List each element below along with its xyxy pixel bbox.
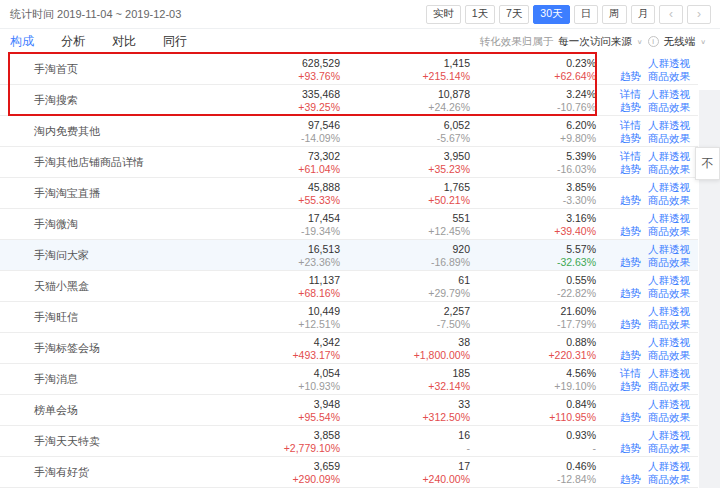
link-product[interactable]: 商品效果 bbox=[648, 70, 690, 82]
buyers-value: 185 bbox=[360, 367, 470, 380]
range-button-周[interactable]: 周 bbox=[602, 5, 627, 24]
table-row[interactable]: 手淘消息 4,054 +10.93% 185 +32.14% 4.56% +19… bbox=[0, 364, 698, 395]
link-product[interactable]: 商品效果 bbox=[648, 287, 690, 299]
link-product[interactable]: 商品效果 bbox=[648, 318, 690, 330]
table-row[interactable]: 手淘标签会场 4,342 +493.17% 38 +1,800.00% 0.88… bbox=[0, 333, 698, 364]
buyers-metric: 6,052 -5.67% bbox=[360, 119, 470, 145]
link-trend[interactable]: 趋势 bbox=[620, 225, 641, 237]
link-crowd[interactable]: 人群透视 bbox=[648, 305, 690, 317]
terminal-select[interactable]: 无线端 bbox=[664, 35, 696, 49]
range-button-30天[interactable]: 30天 bbox=[533, 5, 569, 24]
link-crowd[interactable]: 人群透视 bbox=[648, 460, 690, 472]
tab-同行[interactable]: 同行 bbox=[163, 33, 187, 50]
link-trend[interactable]: 趋势 bbox=[620, 163, 641, 175]
link-trend[interactable]: 趋势 bbox=[620, 442, 641, 454]
table-row[interactable]: 手淘问大家 16,513 +23.36% 920 -16.89% 5.57% -… bbox=[0, 240, 698, 271]
table-row[interactable]: 淘内免费其他 97,546 -14.09% 6,052 -5.67% 6.20%… bbox=[0, 116, 698, 147]
link-crowd[interactable]: 人群透视 bbox=[648, 212, 690, 224]
buyers-delta: +32.14% bbox=[360, 380, 470, 393]
link-product[interactable]: 商品效果 bbox=[648, 411, 690, 423]
link-detail[interactable]: 详情 bbox=[620, 119, 641, 131]
link-detail[interactable]: 详情 bbox=[620, 367, 641, 379]
tabs-bar: 构成分析对比同行 转化效果归属于 每一次访问来源 ∨ i 无线端 ∨ bbox=[0, 29, 720, 54]
conversion-value: 0.46% bbox=[486, 460, 596, 473]
link-crowd[interactable]: 人群透视 bbox=[648, 429, 690, 441]
conversion-source-select[interactable]: 每一次访问来源 bbox=[558, 35, 632, 49]
source-name: 手淘微淘 bbox=[34, 217, 78, 232]
feedback-float-button[interactable]: 不 bbox=[695, 147, 720, 180]
visitors-delta: -19.34% bbox=[230, 225, 340, 238]
conversion-value: 6.20% bbox=[486, 119, 596, 132]
table-row[interactable]: 手淘旺信 10,449 +12.51% 2,257 -7.50% 21.60% … bbox=[0, 302, 698, 333]
range-button-日[interactable]: 日 bbox=[574, 5, 599, 24]
link-trend[interactable]: 趋势 bbox=[620, 256, 641, 268]
buyers-delta: +215.14% bbox=[360, 70, 470, 83]
range-button-7天[interactable]: 7天 bbox=[499, 5, 529, 24]
buyers-delta: -16.89% bbox=[360, 256, 470, 269]
link-product[interactable]: 商品效果 bbox=[648, 225, 690, 237]
link-product[interactable]: 商品效果 bbox=[648, 256, 690, 268]
link-crowd[interactable]: 人群透视 bbox=[648, 274, 690, 286]
link-product[interactable]: 商品效果 bbox=[648, 442, 690, 454]
range-button-实时[interactable]: 实时 bbox=[426, 5, 461, 24]
visitors-metric: 3,858 +2,779.10% bbox=[230, 429, 340, 455]
link-crowd[interactable]: 人群透视 bbox=[648, 336, 690, 348]
info-icon[interactable]: i bbox=[648, 36, 659, 47]
link-trend[interactable]: 趋势 bbox=[620, 411, 641, 423]
link-trend[interactable]: 趋势 bbox=[620, 70, 641, 82]
chevron-down-icon[interactable]: ∨ bbox=[700, 38, 706, 45]
link-crowd[interactable]: 人群透视 bbox=[648, 398, 690, 410]
table-row[interactable]: 手淘微淘 17,454 -19.34% 551 +12.45% 3.16% +3… bbox=[0, 209, 698, 240]
prev-period-button[interactable]: ‹ bbox=[659, 5, 683, 24]
row-actions: 人群透视 趋势商品效果 bbox=[598, 305, 690, 331]
conversion-metric: 21.60% -17.79% bbox=[486, 305, 596, 331]
link-crowd[interactable]: 人群透视 bbox=[648, 150, 690, 162]
link-trend[interactable]: 趋势 bbox=[620, 380, 641, 392]
link-product[interactable]: 商品效果 bbox=[648, 473, 690, 485]
link-trend[interactable]: 趋势 bbox=[620, 132, 641, 144]
table-row[interactable]: 榜单会场 3,948 +95.54% 33 +312.50% 0.84% +11… bbox=[0, 395, 698, 426]
link-crowd[interactable]: 人群透视 bbox=[648, 181, 690, 193]
tab-对比[interactable]: 对比 bbox=[112, 33, 136, 50]
link-product[interactable]: 商品效果 bbox=[648, 349, 690, 361]
visitors-delta: -14.09% bbox=[230, 132, 340, 145]
link-crowd[interactable]: 人群透视 bbox=[648, 88, 690, 100]
link-trend[interactable]: 趋势 bbox=[620, 194, 641, 206]
link-detail[interactable]: 详情 bbox=[620, 88, 641, 100]
buyers-value: 551 bbox=[360, 212, 470, 225]
buyers-metric: 61 +29.79% bbox=[360, 274, 470, 300]
link-product[interactable]: 商品效果 bbox=[648, 132, 690, 144]
buyers-metric: 551 +12.45% bbox=[360, 212, 470, 238]
visitors-metric: 11,137 +68.16% bbox=[230, 274, 340, 300]
table-row[interactable]: 天猫小黑盒 11,137 +68.16% 61 +29.79% 0.55% -2… bbox=[0, 271, 698, 302]
link-trend[interactable]: 趋势 bbox=[620, 318, 641, 330]
link-product[interactable]: 商品效果 bbox=[648, 101, 690, 113]
link-trend[interactable]: 趋势 bbox=[620, 101, 641, 113]
tab-构成[interactable]: 构成 bbox=[10, 33, 34, 50]
conversion-delta: +19.10% bbox=[486, 380, 596, 393]
tab-分析[interactable]: 分析 bbox=[61, 33, 85, 50]
next-period-button[interactable]: › bbox=[687, 5, 711, 24]
link-crowd[interactable]: 人群透视 bbox=[648, 243, 690, 255]
buyers-value: 61 bbox=[360, 274, 470, 287]
table-row[interactable]: 手淘其他店铺商品详情 73,302 +61.04% 3,950 +35.23% … bbox=[0, 147, 698, 178]
link-trend[interactable]: 趋势 bbox=[620, 287, 641, 299]
link-trend[interactable]: 趋势 bbox=[620, 473, 641, 485]
table-row[interactable]: 手淘天天特卖 3,858 +2,779.10% 16 - 0.93% - 人群透… bbox=[0, 426, 698, 457]
range-button-月[interactable]: 月 bbox=[631, 5, 656, 24]
link-product[interactable]: 商品效果 bbox=[648, 380, 690, 392]
link-detail[interactable]: 详情 bbox=[620, 150, 641, 162]
range-button-1天[interactable]: 1天 bbox=[465, 5, 495, 24]
link-crowd[interactable]: 人群透视 bbox=[648, 367, 690, 379]
link-crowd[interactable]: 人群透视 bbox=[648, 57, 690, 69]
table-row[interactable]: 手淘首页 628,529 +93.76% 1,415 +215.14% 0.23… bbox=[0, 54, 698, 85]
table-row[interactable]: 手淘搜索 335,468 +39.25% 10,878 +24.26% 3.24… bbox=[0, 85, 698, 116]
link-crowd[interactable]: 人群透视 bbox=[648, 119, 690, 131]
table-row[interactable]: 手淘有好货 3,659 +290.09% 17 +240.00% 0.46% -… bbox=[0, 457, 698, 488]
link-product[interactable]: 商品效果 bbox=[648, 194, 690, 206]
chevron-down-icon[interactable]: ∨ bbox=[637, 38, 643, 45]
table-row[interactable]: 手淘淘宝直播 45,888 +55.33% 1,765 +50.21% 3.85… bbox=[0, 178, 698, 209]
link-product[interactable]: 商品效果 bbox=[648, 163, 690, 175]
conversion-metric: 6.20% +9.80% bbox=[486, 119, 596, 145]
link-trend[interactable]: 趋势 bbox=[620, 349, 641, 361]
